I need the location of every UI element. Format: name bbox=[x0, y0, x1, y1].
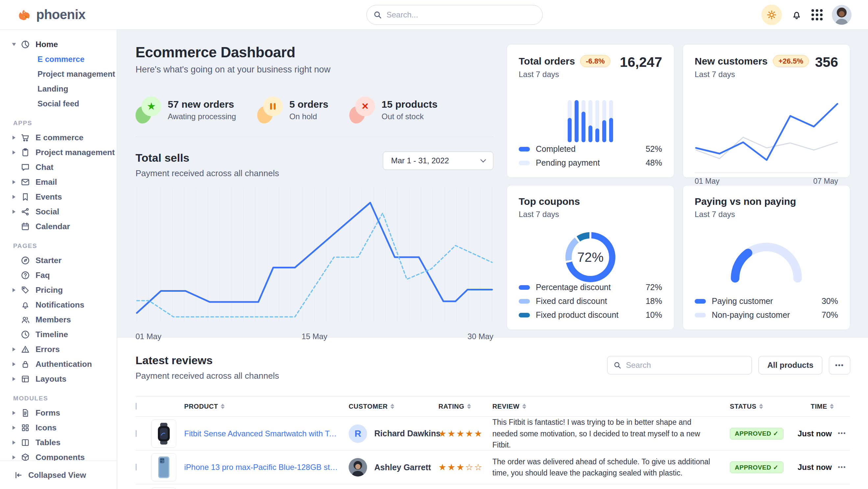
caret-right-icon[interactable] bbox=[12, 455, 21, 459]
pie-icon bbox=[21, 39, 30, 49]
sidebar-item-authentication[interactable]: Authentication bbox=[0, 356, 117, 371]
sidebar-item-chat[interactable]: Chat bbox=[0, 160, 117, 175]
column-header-rating[interactable]: RATING bbox=[438, 403, 492, 410]
x-axis-label: 07 May bbox=[813, 177, 838, 186]
sidebar-item-timeline[interactable]: Timeline bbox=[0, 327, 117, 342]
grid4-icon bbox=[21, 423, 30, 433]
legend-label: Completed bbox=[536, 144, 640, 154]
product-link[interactable]: iPhone 13 pro max-Pacific Blue-128GB sto… bbox=[184, 463, 349, 472]
caret-right-icon[interactable] bbox=[12, 136, 21, 140]
caret-right-icon[interactable] bbox=[12, 362, 21, 366]
column-header-customer[interactable]: CUSTOMER bbox=[349, 403, 438, 410]
notifications-bell-icon[interactable] bbox=[791, 9, 802, 21]
sidebar-item-errors[interactable]: Errors bbox=[0, 342, 117, 356]
caret-right-icon[interactable] bbox=[12, 210, 21, 214]
sidebar-item-starter[interactable]: Starter bbox=[0, 253, 117, 268]
customer-avatar-photo bbox=[349, 458, 367, 477]
column-header-status[interactable]: STATUS bbox=[730, 403, 794, 410]
reviews-more-button[interactable]: ••• bbox=[829, 356, 850, 374]
new-customers-chart: 01 May07 May bbox=[695, 94, 838, 186]
caret-down-icon[interactable] bbox=[12, 42, 21, 47]
caret-right-icon[interactable] bbox=[12, 347, 21, 351]
legend-swatch bbox=[519, 161, 530, 165]
row-more-button[interactable]: ••• bbox=[834, 464, 850, 471]
brand-logo[interactable]: phoenix bbox=[17, 7, 86, 22]
global-search[interactable] bbox=[366, 5, 543, 25]
theme-toggle[interactable] bbox=[762, 5, 782, 25]
caret-right-icon[interactable] bbox=[12, 195, 21, 199]
table-row: iPhone 13 pro max-Pacific Blue-128GB sto… bbox=[135, 451, 850, 484]
caret-right-icon[interactable] bbox=[12, 426, 21, 430]
sort-icon[interactable] bbox=[391, 404, 394, 409]
sidebar-item-project-management[interactable]: Project management bbox=[0, 145, 117, 160]
sidebar-item-pricing[interactable]: Pricing bbox=[0, 283, 117, 297]
date-range-select[interactable]: Mar 1 - 31, 2022 bbox=[383, 151, 493, 170]
caret-right-icon[interactable] bbox=[12, 440, 21, 444]
review-time: Just now bbox=[794, 429, 834, 438]
column-header-product[interactable]: PRODUCT bbox=[184, 403, 349, 410]
sidebar-item-calendar[interactable]: Calendar bbox=[0, 219, 117, 234]
sidebar-item-layouts[interactable]: Layouts bbox=[0, 371, 117, 386]
sidebar-item-email[interactable]: Email bbox=[0, 175, 117, 189]
search-icon bbox=[373, 10, 382, 19]
dashboard-section: Ecommerce Dashboard Here's what's going … bbox=[117, 30, 868, 337]
review-text: The order was delivered ahead of schedul… bbox=[492, 456, 730, 479]
caret-right-icon[interactable] bbox=[12, 411, 21, 415]
sort-icon[interactable] bbox=[467, 404, 471, 409]
sidebar-item-components[interactable]: Components bbox=[0, 450, 117, 461]
legend-row: Fixed card discount18% bbox=[519, 296, 662, 306]
users-icon bbox=[21, 315, 30, 325]
total-orders-badge: -6.8% bbox=[580, 55, 610, 67]
sort-icon[interactable] bbox=[221, 404, 225, 409]
sidebar-item-e-commerce[interactable]: E commerce bbox=[0, 130, 117, 145]
sidebar-item-tables[interactable]: Tables bbox=[0, 435, 117, 450]
cart-icon bbox=[21, 133, 30, 143]
customer-name: Ashley Garrett bbox=[374, 463, 431, 472]
all-products-button[interactable]: All products bbox=[758, 356, 822, 374]
sidebar-item-notifications[interactable]: Notifications bbox=[0, 297, 117, 312]
row-more-button[interactable]: ••• bbox=[834, 430, 850, 437]
new-customers-title: New customers bbox=[695, 56, 768, 67]
row-checkbox[interactable] bbox=[135, 464, 137, 470]
sidebar-subitem-e-commerce[interactable]: E commerce bbox=[0, 52, 117, 66]
row-checkbox[interactable] bbox=[135, 430, 137, 437]
apps-grid-icon[interactable] bbox=[811, 9, 823, 21]
caret-right-icon[interactable] bbox=[12, 288, 21, 292]
column-header-time[interactable]: TIME bbox=[794, 403, 834, 410]
column-header-review[interactable]: REVIEW bbox=[492, 403, 730, 410]
sidebar-subitem-project-management[interactable]: Project management bbox=[0, 66, 117, 81]
legend-row: Paying customer30% bbox=[695, 296, 838, 306]
sidebar-item-members[interactable]: Members bbox=[0, 312, 117, 327]
sidebar-item-faq[interactable]: Faq bbox=[0, 268, 117, 283]
paying-card: Paying vs non paying Last 7 days Paying … bbox=[682, 185, 850, 330]
select-all-checkbox[interactable] bbox=[135, 403, 137, 410]
customer-name: Richard Dawkins bbox=[374, 429, 440, 438]
review-text: This Fitbit is fantastic! I was trying t… bbox=[492, 416, 730, 451]
collapsed-view-button[interactable]: Collapsed View bbox=[0, 461, 117, 489]
reviews-search-input[interactable] bbox=[625, 360, 746, 370]
sidebar-item-icons[interactable]: Icons bbox=[0, 420, 117, 435]
caret-right-icon[interactable] bbox=[12, 377, 21, 381]
sort-icon[interactable] bbox=[830, 404, 834, 409]
sidebar-subitem-landing[interactable]: Landing bbox=[0, 81, 117, 96]
sidebar-item-events[interactable]: Events bbox=[0, 189, 117, 204]
sidebar-item-home[interactable]: Home bbox=[0, 37, 117, 52]
sort-icon[interactable] bbox=[522, 404, 526, 409]
product-link[interactable]: Fitbit Sense Advanced Smartwatch with To… bbox=[184, 429, 349, 438]
new-customers-x-axis: 01 May07 May bbox=[695, 177, 838, 186]
user-avatar[interactable] bbox=[832, 5, 851, 25]
sidebar-item-forms[interactable]: Forms bbox=[0, 405, 117, 420]
caret-right-icon[interactable] bbox=[12, 150, 21, 154]
reviews-search[interactable] bbox=[607, 356, 752, 374]
sidebar-item-social[interactable]: Social bbox=[0, 204, 117, 219]
total-orders-legend: Completed52%Pending payment48% bbox=[519, 140, 662, 168]
total-orders-value: 16,247 bbox=[620, 54, 662, 70]
table-header-row: PRODUCTCUSTOMERRATINGREVIEWSTATUSTIME bbox=[135, 396, 850, 416]
stat-subtitle: Out of stock bbox=[381, 112, 437, 121]
sort-icon[interactable] bbox=[759, 404, 763, 409]
caret-right-icon[interactable] bbox=[12, 180, 21, 184]
product-image bbox=[151, 453, 176, 482]
search-input[interactable] bbox=[386, 10, 536, 20]
tableIcon-icon bbox=[21, 438, 30, 448]
sidebar-subitem-social-feed[interactable]: Social feed bbox=[0, 96, 117, 111]
